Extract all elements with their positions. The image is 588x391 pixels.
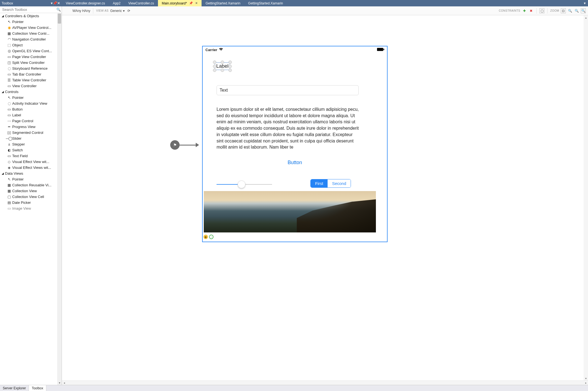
toolbox-item[interactable]: ▯▯Segmented Control	[0, 130, 62, 136]
toolbox-item[interactable]: ▦Collection Reusable Vi...	[0, 182, 62, 188]
tabstrip-overflow-icon[interactable]: ▾	[582, 0, 588, 6]
tab-close-icon[interactable]: ✕	[195, 1, 198, 5]
toolbox-item[interactable]: ◠Navigation Controller	[0, 36, 62, 42]
toolbox-item[interactable]: ▢Collection View Cell	[0, 194, 62, 200]
toolbox-dropdown-icon[interactable]: ▾	[51, 1, 53, 5]
tab-gettingstarted-1[interactable]: GettingStarted.Xamarin	[202, 0, 244, 6]
tab-pin-icon[interactable]: 📌	[189, 1, 193, 5]
toolbox-item[interactable]: ▭Page View Controller	[0, 54, 62, 60]
toolbox-item[interactable]: ±Stepper	[0, 141, 62, 147]
bottom-tab-toolbox[interactable]: Toolbox	[29, 385, 46, 391]
bottom-tab-server-explorer[interactable]: Server Explorer	[0, 385, 29, 391]
view-controller-scene[interactable]: Carrier Label	[202, 46, 388, 242]
zoom-fit-icon[interactable]: ⊡	[561, 8, 566, 13]
tab-main-storyboard[interactable]: Main.storyboard* 📌 ✕	[158, 0, 202, 6]
toolbox-item[interactable]: ◎OpenGL ES View Cont...	[0, 48, 62, 54]
resize-handle[interactable]	[213, 61, 216, 64]
toolbox-item[interactable]: ◫Split View Controller	[0, 60, 62, 66]
add-constraint-icon[interactable]: ✚	[522, 8, 527, 13]
slider-control[interactable]	[217, 182, 272, 187]
toolbox-item[interactable]: ▭Label	[0, 112, 62, 118]
canvas-vertical-scrollbar[interactable]: ▴ ▾	[584, 15, 588, 380]
zoom-out-icon[interactable]: 🔍	[567, 8, 572, 13]
toolbox-item[interactable]: ◐Switch	[0, 147, 62, 153]
scroll-right-icon[interactable]: ▸	[584, 381, 588, 385]
svg-rect-0	[377, 48, 383, 51]
toolbox-item[interactable]: ↖Pointer	[0, 176, 62, 182]
toolbox-item[interactable]: ▭Tab Bar Controller	[0, 71, 62, 77]
search-icon[interactable]: 🔍	[56, 7, 62, 12]
scroll-left-icon[interactable]: ◂	[62, 381, 66, 385]
toolbox-item[interactable]: ⋯Page Control	[0, 118, 62, 124]
frame-edit-icon[interactable]: ▢	[539, 8, 544, 13]
resize-handle[interactable]	[228, 69, 232, 72]
toolbox-item[interactable]: ◌Activity Indicator View	[0, 101, 62, 106]
exit-icon[interactable]: →	[209, 235, 213, 239]
toolbox-item[interactable]: ▭Button	[0, 106, 62, 112]
storyboard-entry-arrow[interactable]: ⚑	[170, 140, 199, 150]
orientation-toggle-icon[interactable]: ⟳	[126, 8, 131, 13]
tab-gettingstarted-2[interactable]: GettingStarted.Xamarin	[244, 0, 287, 6]
toolbox-item[interactable]: ⬚Object	[0, 42, 62, 48]
button-control[interactable]: Button	[203, 160, 387, 166]
toolbox-item[interactable]: ─◯Slider	[0, 136, 62, 141]
toolbox-item[interactable]: ▭Text Field	[0, 153, 62, 159]
resize-handle[interactable]	[213, 65, 216, 68]
reusable-icon: ▦	[6, 183, 12, 187]
toolbox-item[interactable]: ↖Pointer	[0, 95, 62, 101]
zoom-actual-icon[interactable]: 🔍	[574, 8, 579, 13]
toolbox-item[interactable]: ▤Date Picker	[0, 200, 62, 205]
tab-viewcontroller-designer[interactable]: ViewController.designer.cs	[62, 0, 109, 6]
toolbox-scrollbar-thumb[interactable]	[58, 14, 61, 24]
toolbox-item[interactable]: ━Progress View	[0, 124, 62, 130]
toolbox-item[interactable]: ↖Pointer	[0, 19, 62, 25]
toolbox-item[interactable]: ▭Image View	[0, 205, 62, 211]
size-class-label[interactable]: WAny HAny	[64, 9, 90, 13]
resize-handle[interactable]	[228, 61, 232, 64]
zoom-in-icon[interactable]: 🔍	[581, 8, 586, 13]
segmented-icon: ▯▯	[6, 131, 12, 135]
design-canvas[interactable]: ⚑ Carrier	[62, 15, 584, 380]
text-view-control[interactable]: Lorem ipsum dolor sit er elit lamet, con…	[217, 106, 359, 151]
category-controls[interactable]: ◢Controls	[0, 89, 62, 95]
selected-label-control[interactable]: Label	[215, 62, 230, 70]
toolbox-item[interactable]: ◇Visual Effect View wit...	[0, 159, 62, 165]
wifi-icon	[219, 48, 223, 52]
toolbox-item[interactable]: ◌Storyboard Reference	[0, 66, 62, 71]
device-dropdown[interactable]: Generic ▾	[110, 9, 125, 13]
toolbox-item[interactable]: ◉AVPlayer View Control...	[0, 25, 62, 31]
segmented-control[interactable]: First Second	[310, 179, 351, 188]
scroll-up-icon[interactable]: ▴	[584, 15, 588, 20]
remove-constraint-icon[interactable]: ✖	[529, 8, 534, 13]
toolbox-item[interactable]: ◈Visual Effect Views wit...	[0, 165, 62, 171]
bottom-tabbar: Server Explorer Toolbox	[0, 385, 588, 391]
view-controller-icon[interactable]: ◉	[203, 235, 208, 239]
toolbox-item[interactable]: ▦Collection View	[0, 188, 62, 194]
canvas-horizontal-scrollbar[interactable]: ◂ ▸	[62, 380, 588, 385]
toolbox-close-icon[interactable]: ✕	[57, 1, 60, 5]
resize-handle[interactable]	[213, 69, 216, 72]
category-controllers-objects[interactable]: ◢Controllers & Objects	[0, 13, 62, 19]
image-view-control[interactable]	[204, 191, 376, 232]
resize-handle[interactable]	[228, 65, 232, 68]
toolbox-item[interactable]: ▦Collection View Contr...	[0, 31, 62, 36]
resize-handle[interactable]	[221, 61, 224, 64]
segment-first[interactable]: First	[311, 179, 328, 187]
toolbox-item[interactable]: ☰Table View Controller	[0, 77, 62, 83]
toolbox-panel: 🔍 ▾ ◢Controllers & Objects ↖Pointer ◉AVP…	[0, 6, 62, 385]
category-data-views[interactable]: ◢Data Views	[0, 171, 62, 176]
tab-viewcontroller-cs[interactable]: ViewController.cs	[124, 0, 158, 6]
segment-second[interactable]: Second	[328, 179, 351, 187]
toolbox-pin-icon[interactable]: 📌	[53, 1, 57, 5]
toolbox-search-input[interactable]	[0, 6, 56, 13]
scroll-down-icon[interactable]: ▾	[584, 376, 588, 380]
tab-app2[interactable]: App2	[109, 0, 124, 6]
text-field-control[interactable]: Text	[217, 85, 359, 95]
resize-handle[interactable]	[221, 69, 224, 72]
toolbox-scroll-down-icon[interactable]: ▾	[58, 381, 61, 384]
toolbox-scrollbar[interactable]: ▾	[57, 13, 62, 385]
toolbox-item[interactable]: ▭View Controller	[0, 83, 62, 89]
toolbox-tree[interactable]: ▾ ◢Controllers & Objects ↖Pointer ◉AVPla…	[0, 13, 62, 385]
splitview-icon: ◫	[6, 61, 12, 65]
slider-thumb[interactable]	[238, 181, 245, 188]
